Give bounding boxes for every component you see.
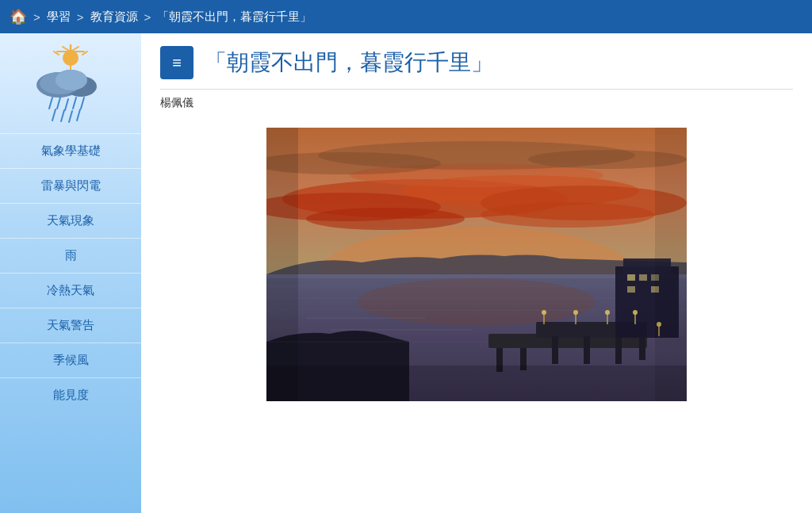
- sidebar-item-weather-phenomena[interactable]: 天氣現象: [0, 203, 141, 238]
- svg-point-13: [56, 70, 87, 90]
- svg-line-22: [77, 109, 80, 121]
- sidebar-item-rain[interactable]: 雨: [0, 238, 141, 273]
- svg-line-21: [69, 111, 72, 122]
- svg-point-5: [63, 50, 79, 66]
- svg-line-14: [49, 98, 52, 109]
- svg-rect-69: [266, 128, 687, 401]
- sunset-image: [266, 128, 687, 401]
- menu-icon[interactable]: ≡: [160, 46, 193, 79]
- sidebar-item-thunder[interactable]: 雷暴與閃電: [0, 168, 141, 203]
- svg-line-20: [61, 110, 64, 121]
- main-content: ≡ 「朝霞不出門，暮霞行千里」 楊佩儀: [141, 33, 812, 513]
- author-line: 楊佩儀: [160, 89, 793, 120]
- svg-line-17: [73, 98, 76, 109]
- breadcrumb-edu[interactable]: 教育資源: [90, 10, 138, 25]
- sidebar-logo: [15, 40, 126, 127]
- article-image-container: [160, 128, 793, 401]
- svg-line-16: [65, 99, 68, 110]
- svg-line-15: [57, 98, 60, 109]
- sidebar-item-visibility[interactable]: 能見度: [0, 377, 141, 412]
- sidebar: 氣象學基礎 雷暴與閃電 天氣現象 雨 冷熱天氣 天氣警告 季候風 能見度: [0, 33, 141, 513]
- home-icon[interactable]: 🏠: [10, 8, 27, 25]
- sidebar-item-hot-cold[interactable]: 冷熱天氣: [0, 273, 141, 308]
- sidebar-item-weather-warning[interactable]: 天氣警告: [0, 308, 141, 343]
- breadcrumb-sep2: >: [77, 10, 84, 24]
- sidebar-item-meteorology[interactable]: 氣象學基礎: [0, 133, 141, 168]
- breadcrumb-learn[interactable]: 學習: [47, 10, 71, 25]
- svg-rect-71: [655, 128, 687, 401]
- article-title: 「朝霞不出門，暮霞行千里」: [205, 49, 493, 76]
- sidebar-item-monsoon[interactable]: 季候風: [0, 343, 141, 377]
- breadcrumb-current: 「朝霞不出門，暮霞行千里」: [157, 10, 312, 25]
- svg-rect-70: [266, 128, 298, 401]
- breadcrumb-sep3: >: [144, 10, 151, 24]
- svg-line-18: [81, 98, 84, 109]
- topbar: 🏠 > 學習 > 教育資源 > 「朝霞不出門，暮霞行千里」: [0, 0, 812, 33]
- content-header: ≡ 「朝霞不出門，暮霞行千里」: [160, 46, 793, 79]
- svg-rect-72: [266, 366, 687, 401]
- svg-line-19: [52, 109, 56, 121]
- breadcrumb-sep1: >: [33, 10, 40, 24]
- sidebar-nav: 氣象學基礎 雷暴與閃電 天氣現象 雨 冷熱天氣 天氣警告 季候風 能見度: [0, 133, 141, 412]
